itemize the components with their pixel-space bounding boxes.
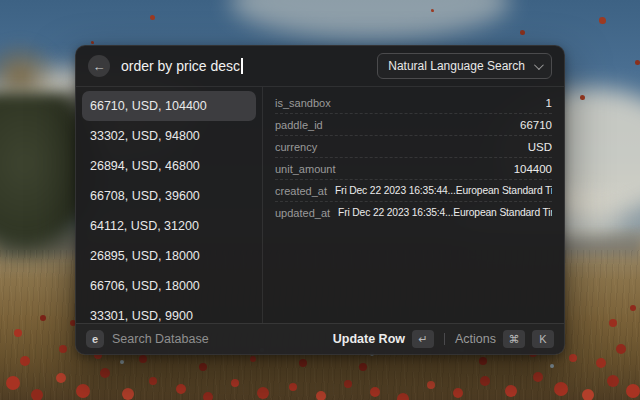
detail-value: Fri Dec 22 2023 16:35:44...European Stan… [335,185,552,196]
search-query-text: order by price desc [121,58,240,74]
detail-key: paddle_id [275,119,323,131]
list-item[interactable]: 26895, USD, 18000 [82,241,256,271]
detail-row: updated_at Fri Dec 22 2023 16:35:4...Eur… [275,202,552,223]
detail-row: created_at Fri Dec 22 2023 16:35:44...Eu… [275,180,552,202]
return-key-icon: ↵ [412,330,434,348]
extension-icon: e [86,330,104,348]
search-mode-dropdown[interactable]: Natural Language Search [377,53,552,79]
detail-key: updated_at [275,207,330,219]
back-button[interactable]: ← [88,55,110,77]
list-item[interactable]: 26894, USD, 46800 [82,151,256,181]
detail-row: currency USD [275,136,552,158]
chevron-down-icon [534,60,544,70]
screen: ← order by price desc Natural Language S… [0,0,640,400]
detail-key: is_sandbox [275,97,331,109]
command-key-icon: ⌘ [503,330,525,348]
text-cursor [241,58,243,74]
search-bar: ← order by price desc Natural Language S… [76,46,564,87]
update-row-button[interactable]: Update Row [333,332,405,346]
search-mode-label: Natural Language Search [388,59,525,73]
list-item[interactable]: 33301, USD, 9900 [82,301,256,323]
detail-key: unit_amount [275,163,336,175]
detail-row: is_sandbox 1 [275,92,552,114]
results-area: 66710, USD, 104400 33302, USD, 94800 268… [76,87,564,323]
search-input[interactable]: order by price desc [121,58,366,74]
footer-separator [444,333,445,345]
list-item[interactable]: 33302, USD, 94800 [82,121,256,151]
detail-value: USD [528,141,552,153]
detail-value: Fri Dec 22 2023 16:35:4...European Stand… [338,207,552,218]
detail-value: 1 [546,97,552,109]
list-item[interactable]: 66710, USD, 104400 [82,91,256,121]
list-item[interactable]: 66706, USD, 18000 [82,271,256,301]
command-palette-window: ← order by price desc Natural Language S… [75,45,565,355]
results-list: 66710, USD, 104400 33302, USD, 94800 268… [76,87,262,323]
detail-value: 66710 [520,119,552,131]
detail-key: currency [275,141,317,153]
detail-row: paddle_id 66710 [275,114,552,136]
detail-row: unit_amount 104400 [275,158,552,180]
k-key-label: K [532,330,554,348]
extension-name-label: Search Database [112,332,209,346]
detail-pane: is_sandbox 1 paddle_id 66710 currency US… [263,87,564,323]
arrow-left-icon: ← [93,60,106,73]
detail-value: 104400 [514,163,552,175]
actions-menu-button[interactable]: Actions [455,332,496,346]
footer-bar: e Search Database Update Row ↵ Actions ⌘… [76,323,564,354]
extension-icon-glyph: e [92,333,98,345]
footer-actions: Update Row ↵ Actions ⌘ K [333,330,554,348]
detail-key: created_at [275,185,327,197]
list-item[interactable]: 66708, USD, 39600 [82,181,256,211]
list-item[interactable]: 64112, USD, 31200 [82,211,256,241]
